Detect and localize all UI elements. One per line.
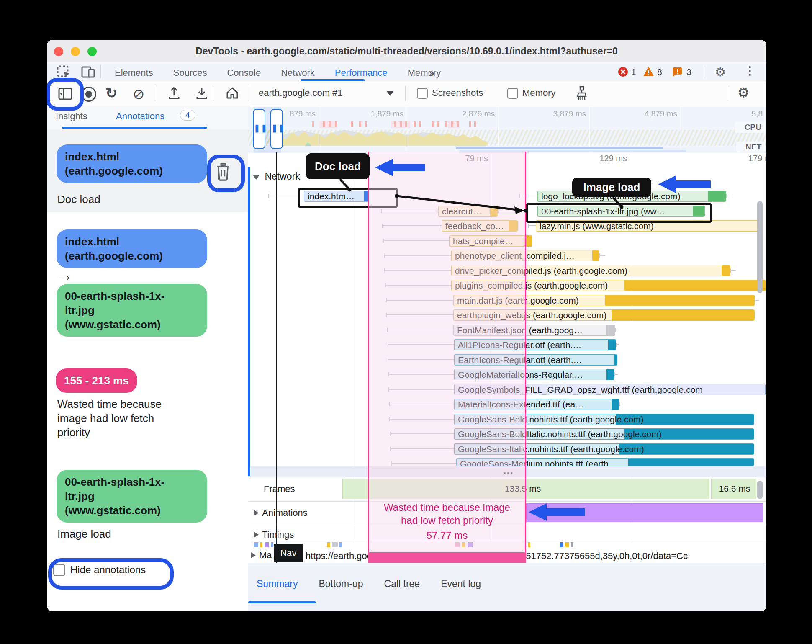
error-badge-icon[interactable] <box>618 67 628 79</box>
network-request-bar[interactable]: EarthIcons-Regular.otf (earth.… <box>454 354 617 366</box>
network-request-bar[interactable]: hats_compile… <box>449 235 532 247</box>
request-whisker-tick <box>391 461 392 466</box>
request-bar-solid-segment <box>592 250 599 261</box>
request-whisker-tick <box>382 224 383 228</box>
chevron-down-icon[interactable] <box>387 91 393 96</box>
request-whisker-tick <box>390 432 391 436</box>
network-request-bar[interactable]: clearcut… <box>438 206 498 217</box>
request-whisker <box>381 211 438 211</box>
inspect-element-icon[interactable] <box>57 65 71 79</box>
blue-arrow-doc-load-icon <box>375 159 393 176</box>
device-toolbar-icon[interactable] <box>81 65 95 79</box>
annotation-entry-image-load[interactable]: 00-earth-splash-1x- ltr.jpg (www.gstatic… <box>47 470 248 558</box>
request-whisker-tick <box>387 328 388 332</box>
tab-annotations[interactable]: Annotations <box>116 111 164 122</box>
request-whisker <box>385 285 451 286</box>
network-request-bar[interactable]: GoogleSans-Bold.nohints.ttf (earth.googl… <box>454 414 754 425</box>
network-request-bar[interactable]: GoogleSymbols_FILL_GRAD_opsz_wght.ttf (e… <box>454 384 766 395</box>
frames-scrollbar[interactable] <box>757 481 763 499</box>
request-whisker-tick <box>388 343 388 347</box>
tab-insights[interactable]: Insights <box>56 111 87 122</box>
image-load-annotation-chip[interactable]: Image load <box>572 178 651 197</box>
net-band-label: NET <box>736 142 765 152</box>
network-request-bar[interactable]: GoogleSans-Medium.nohints.ttf (earth.… <box>456 458 754 466</box>
history-selector[interactable]: earth.google.com #1 <box>259 88 343 98</box>
home-icon[interactable] <box>225 86 239 102</box>
settings-gear-icon[interactable]: ⚙ <box>715 65 726 79</box>
request-whisker <box>389 419 454 420</box>
tab-network[interactable]: Network <box>281 66 315 80</box>
tab-performance[interactable]: Performance <box>335 66 388 80</box>
details-tab-summary[interactable]: Summary <box>257 578 298 590</box>
save-profile-icon[interactable] <box>195 86 208 101</box>
main-track-label[interactable]: Ma <box>251 550 272 561</box>
network-request-bar[interactable]: main.dart.js (earth.google.com) <box>453 295 755 306</box>
network-collapse-row[interactable]: … <box>248 466 766 477</box>
tab-sources[interactable]: Sources <box>173 66 207 80</box>
network-request-bar[interactable]: GoogleMaterialIcons-Regular.… <box>454 369 614 380</box>
request-whisker-tick <box>730 268 731 273</box>
annotation-entry-link[interactable]: index.html (earth.google.com) → 00-earth… <box>47 223 248 361</box>
panel-tabs: ElementsSourcesConsoleNetworkPerformance… <box>115 62 441 77</box>
screenshots-checkbox[interactable] <box>417 88 428 99</box>
request-label: main.dart.js (earth.google.com) <box>457 296 579 306</box>
collect-garbage-icon[interactable] <box>574 85 589 103</box>
zoom-window-left-handle[interactable]: ❚❚ <box>253 109 265 149</box>
load-profile-icon[interactable] <box>167 86 181 101</box>
annotation-entry-time-range[interactable]: 155 - 213 ms Wasted time because image h… <box>47 361 248 470</box>
timings-track-label[interactable]: Timings <box>254 529 294 540</box>
wasted-time-text-line2: had low fetch priority <box>368 515 526 526</box>
expand-triangle-icon[interactable] <box>251 552 256 558</box>
details-tab-bottom-up[interactable]: Bottom-up <box>319 578 363 590</box>
tab-memory[interactable]: Memory <box>408 66 441 80</box>
reload-and-record-icon[interactable]: ↻ <box>105 85 118 101</box>
annotation-pill-splash-image[interactable]: 00-earth-splash-1x- ltr.jpg (www.gstatic… <box>57 470 207 523</box>
network-vertical-scrollbar[interactable] <box>757 201 763 293</box>
collapse-triangle-icon[interactable] <box>253 175 260 180</box>
nav-marker-chip: Nav <box>274 544 303 562</box>
annotation-entry-doc-load[interactable]: index.html (earth.google.com) Doc load <box>47 129 248 212</box>
active-tab-underline <box>301 79 365 81</box>
annotation-pill-splash-image[interactable]: 00-earth-splash-1x- ltr.jpg (www.gstatic… <box>57 284 207 337</box>
network-request-bar[interactable]: GoogleSans-Italic.nohints.ttf (earth.goo… <box>454 443 754 455</box>
network-request-bar[interactable]: FontManifest.json (earth.goog… <box>453 325 615 336</box>
clear-icon[interactable]: ⊘ <box>133 85 145 102</box>
more-tabs-chevron[interactable]: » <box>429 66 434 80</box>
request-label: GoogleSans-Medium.nohints.ttf (earth.… <box>460 459 620 466</box>
network-request-bar[interactable]: feedback_co… <box>442 220 518 232</box>
annotation-pill-time-range[interactable]: 155 - 213 ms <box>56 368 137 393</box>
request-whisker <box>390 448 454 449</box>
details-tab-event-log[interactable]: Event log <box>441 578 481 590</box>
divider <box>727 86 727 101</box>
network-request-bar[interactable]: plugins_compiled.js (earth.google.com) <box>451 280 766 291</box>
annotations-sidebar: Insights Annotations 4 index.html (earth… <box>47 106 248 611</box>
capture-settings-gear-icon[interactable]: ⚙ <box>737 85 750 100</box>
expand-triangle-icon[interactable] <box>254 532 259 538</box>
network-request-bar[interactable]: All1PIcons-Regular.otf (earth.… <box>454 339 616 350</box>
kebab-menu-icon[interactable]: ⋮ <box>744 64 755 77</box>
annotation-pill-index-html[interactable]: index.html (earth.google.com) <box>57 144 207 183</box>
details-tab-call-tree[interactable]: Call tree <box>384 578 420 590</box>
network-request-bar[interactable]: drive_picker_compiled.js (earth.google.c… <box>451 265 730 276</box>
animations-track-label[interactable]: Animations <box>254 507 308 518</box>
zoom-window-right-handle[interactable]: ❚❚ <box>270 109 283 149</box>
request-label: FontManifest.json (earth.goog… <box>457 325 583 335</box>
annotation-label: Doc load <box>57 192 100 206</box>
network-request-bar[interactable]: MaterialIcons-Extended.ttf (ea… <box>454 399 619 410</box>
issues-badge-icon[interactable] <box>672 67 683 79</box>
network-request-bar[interactable]: GoogleSans-BoldItalic.nohints.ttf (earth… <box>454 428 754 440</box>
annotation-pill-index-html[interactable]: index.html (earth.google.com) <box>57 229 207 268</box>
expand-triangle-icon[interactable] <box>254 510 259 516</box>
divider <box>704 66 704 78</box>
doc-load-annotation-chip[interactable]: Doc load <box>306 153 370 179</box>
tab-elements[interactable]: Elements <box>115 66 153 80</box>
divider <box>405 86 406 101</box>
warning-badge-icon[interactable] <box>643 66 654 79</box>
tab-console[interactable]: Console <box>227 66 261 80</box>
memory-checkbox[interactable] <box>507 88 518 99</box>
error-count: 1 <box>631 67 636 77</box>
network-request-bar[interactable]: earthplugin_web.js (earth.google.com) <box>453 309 755 321</box>
wasted-time-duration: 57.77 ms <box>368 530 526 541</box>
request-whisker-tick <box>390 447 391 451</box>
network-request-bar[interactable]: phenotype_client_compiled.j… <box>451 250 599 261</box>
